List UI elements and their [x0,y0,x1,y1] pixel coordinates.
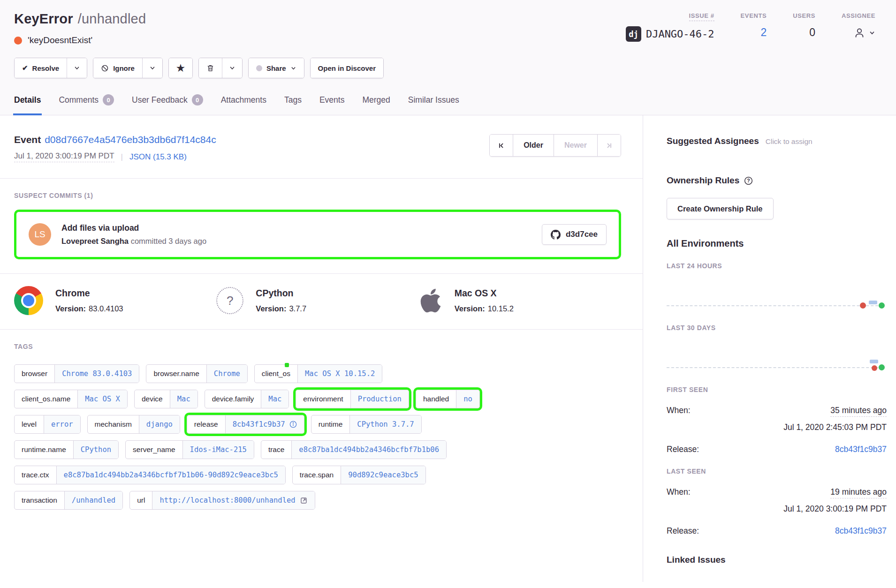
tag-release[interactable]: release8cb43f1c9b37 [187,415,304,434]
create-ownership-rule-button[interactable]: Create Ownership Rule [667,198,774,219]
star-icon: ★ [176,62,185,74]
event-contexts: Chrome Version:83.0.4103 ? CPython Versi… [14,274,621,329]
tag-runtime[interactable]: runtimeCPython 3.7.7 [311,415,422,434]
release-label: Release: [667,445,699,454]
unknown-runtime-icon: ? [216,287,243,314]
event-pagination: Older Newer [489,134,621,157]
last-24-hours-label: LAST 24 HOURS [667,262,887,270]
assignee-label: ASSIGNEE [842,12,875,19]
context-os: Mac OS X Version:10.15.2 [419,286,621,315]
all-environments-title: All Environments [667,238,887,249]
issue-tabs: Details Comments0 User Feedback0 Attachm… [14,94,877,115]
stat-events: EVENTS 2 [741,11,767,42]
when-label: When: [667,487,691,498]
assignee-dropdown[interactable] [853,26,875,39]
check-icon: ✔ [22,64,28,72]
tab-tags[interactable]: Tags [284,94,302,115]
last-seen-label: LAST SEEN [667,467,887,475]
context-browser: Chrome Version:83.0.4103 [14,286,216,315]
page-title: KeyError/unhandled [14,11,146,27]
delete-button[interactable] [199,58,222,78]
separator: | [121,152,123,162]
issue-title-block: KeyError/unhandled 'keyDoesntExist' [14,11,146,45]
tab-merged[interactable]: Merged [362,94,390,115]
tag-trace-span[interactable]: trace.span90d892c9eace3bc5 [292,466,426,484]
last-30-days-label: LAST 30 DAYS [667,324,887,332]
resolve-button[interactable]: ✔ Resolve [15,58,67,78]
resolve-dropdown-button[interactable] [67,58,87,78]
last-seen-date: Jul 1, 2020 3:00:19 PM PDT [667,504,887,514]
issue-header: KeyError/unhandled 'keyDoesntExist' ISSU… [0,0,896,115]
suspect-commit-card: LS Add files via upload Lovepreet Sangha… [14,210,621,259]
events-label: EVENTS [741,12,767,19]
tab-similar-issues[interactable]: Similar Issues [408,94,459,115]
newer-event-button[interactable]: Newer [554,135,597,156]
issue-details-page: KeyError/unhandled 'keyDoesntExist' ISSU… [0,0,896,588]
share-button[interactable]: Share [249,58,304,78]
issue-actions: ✔ Resolve Ignore ★ [14,58,877,78]
open-in-discover-button[interactable]: Open in Discover [311,58,383,78]
linked-issues-title: Linked Issues [667,555,887,565]
tag-environment[interactable]: environmentProduction [296,390,409,408]
info-circle-icon [289,421,297,428]
event-id-link[interactable]: d08d7667e4a5476eb3b3db6d7f14c84c [45,134,216,145]
tag-transaction[interactable]: transaction/unhandled [14,491,123,510]
stat-users: USERS 0 [793,11,815,42]
tag-server-name[interactable]: server_nameIdos-iMac-215 [125,440,254,459]
older-event-button[interactable]: Older [513,135,554,156]
issue-number-label: ISSUE # [689,12,714,21]
commit-time: committed 3 days ago [131,237,206,245]
tag-browser[interactable]: browserChrome 83.0.4103 [14,364,139,383]
tag-trace-ctx[interactable]: trace.ctxe8c87ba1dc494bb2a4346bcfbf7b1b0… [14,466,286,484]
events-count-link[interactable]: 2 [760,26,767,39]
comments-count-badge: 0 [103,94,114,106]
ignore-dropdown-button[interactable] [142,58,162,78]
tag-browser-name[interactable]: browser.nameChrome [146,364,247,383]
oldest-event-button[interactable] [490,135,513,156]
delete-dropdown-button[interactable] [222,58,242,78]
ignore-button[interactable]: Ignore [93,58,142,78]
tag-handled[interactable]: handledno [416,390,480,408]
tag-device-family[interactable]: device.familyMac [205,390,289,408]
event-details-main: Eventd08d7667e4a5476eb3b3db6d7f14c84c Ju… [0,115,643,582]
tag-url[interactable]: urlhttp://localhost:8000/unhandled [129,491,315,510]
spark-red-dot [860,302,866,309]
newest-event-button[interactable] [597,135,621,156]
first-seen-relative: 35 minutes ago [830,406,887,417]
last-seen-release-link[interactable]: 8cb43f1c9b37 [835,526,887,536]
last-seen-relative: 19 minutes ago [830,487,887,498]
issue-short-id: DJANGO-46-2 [646,28,714,40]
share-indicator-icon [256,65,262,71]
tag-client-os[interactable]: client_osMac OS X 10.15.2 [254,364,383,383]
tab-comments[interactable]: Comments0 [59,94,114,115]
first-seen-date: Jul 1, 2020 2:45:03 PM PDT [667,422,887,432]
commit-sha-button[interactable]: d3d7cee [542,224,607,245]
tag-mechanism[interactable]: mechanismdjango [87,415,180,434]
help-circle-icon[interactable]: ? [744,176,753,185]
tag-client-os-name[interactable]: client_os.nameMac OS X [14,390,128,408]
tab-details[interactable]: Details [14,94,41,115]
users-label: USERS [793,12,815,19]
event-json-link[interactable]: JSON (15.3 KB) [129,152,187,162]
tab-events[interactable]: Events [319,94,345,115]
spark-blue-bar [869,301,877,304]
first-seen-release-link[interactable]: 8cb43f1c9b37 [835,445,887,454]
tag-level[interactable]: levelerror [14,415,81,434]
tags-list: browserChrome 83.0.4103 browser.nameChro… [14,364,621,510]
tag-device[interactable]: deviceMac [134,390,198,408]
bookmark-star-button[interactable]: ★ [169,58,192,78]
context-runtime: ? CPython Version:3.7.7 [216,286,418,315]
tag-runtime-name[interactable]: runtime.nameCPython [14,440,119,459]
tab-user-feedback[interactable]: User Feedback0 [132,94,203,115]
issue-sidebar: Suggested Assignees Click to assign Owne… [643,115,896,582]
issue-stats: ISSUE # dj DJANGO-46-2 EVENTS 2 USERS 0 … [626,11,877,42]
stat-assignee: ASSIGNEE [842,11,875,42]
chevron-down-icon [229,65,235,71]
event-label: Event [14,134,41,145]
ownership-rules-title: Ownership Rules [667,175,739,186]
feedback-count-badge: 0 [192,94,203,106]
apple-icon [419,287,442,314]
tab-attachments[interactable]: Attachments [221,94,266,115]
external-link-icon [300,497,308,505]
tag-trace[interactable]: tracee8c87ba1dc494bb2a4346bcfbf7b1b06 [261,440,447,459]
